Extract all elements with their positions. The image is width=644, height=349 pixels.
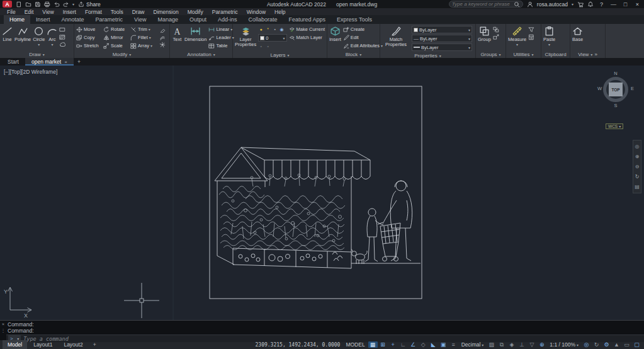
layout2-tab[interactable]: Layout2 xyxy=(59,340,88,349)
workspace-switching-icon[interactable]: ⚙ xyxy=(602,341,611,348)
full-navigation-wheel-icon[interactable]: ◎ xyxy=(635,144,640,149)
ribbon-tab-annotate[interactable]: Annotate xyxy=(56,15,90,24)
stretch-button[interactable]: Stretch xyxy=(76,42,103,50)
undo-icon[interactable] xyxy=(54,1,60,8)
dynamic-input-icon[interactable]: + xyxy=(388,341,398,348)
mirror-button[interactable]: Mirror xyxy=(103,33,130,42)
array-button[interactable]: Array▾ xyxy=(130,42,157,50)
file-tab-start[interactable]: Start xyxy=(1,58,25,66)
user-icon[interactable] xyxy=(527,1,533,8)
menu-item-draw[interactable]: Draw xyxy=(128,9,149,15)
edit-block-button[interactable]: Edit xyxy=(343,33,383,42)
redo-icon[interactable] xyxy=(63,1,69,8)
insert-block-button[interactable]: Insert xyxy=(329,25,341,42)
selection-cycling-icon[interactable]: ⧉ xyxy=(497,341,506,348)
explode-icon[interactable] xyxy=(159,42,166,48)
notification-bell-icon[interactable] xyxy=(587,1,594,8)
annotation-monitor-icon[interactable]: ▲ xyxy=(612,341,621,348)
viewcube-west[interactable]: W xyxy=(597,86,602,91)
minimize-button[interactable]: — xyxy=(609,1,618,8)
menu-item-file[interactable]: File xyxy=(3,9,20,15)
menu-item-insert[interactable]: Insert xyxy=(59,9,81,15)
menu-item-tools[interactable]: Tools xyxy=(106,9,128,15)
panel-label-draw[interactable]: Draw▾ xyxy=(0,51,74,58)
paste-button[interactable]: Paste▾ xyxy=(543,25,555,47)
menu-item-modify[interactable]: Modify xyxy=(183,9,208,15)
annotation-scale-dropdown[interactable]: 1:1 / 100%▾ xyxy=(548,341,580,348)
isometric-drafting-icon[interactable]: ◇ xyxy=(419,341,428,348)
crosshair-cursor[interactable] xyxy=(124,283,159,318)
3d-object-snap-icon[interactable]: ◈ xyxy=(507,341,516,348)
gizmo-icon[interactable]: ⊕ xyxy=(537,341,546,348)
menu-item-help[interactable]: Help xyxy=(270,9,290,15)
new-drawing-tab-button[interactable]: + xyxy=(74,58,84,66)
transparency-icon[interactable]: ▨ xyxy=(487,341,496,348)
ucs-icon[interactable]: Y X xyxy=(4,287,31,319)
showmotion-icon[interactable]: ▤ xyxy=(635,184,640,190)
viewport-controls[interactable]: [−][Top][2D Wireframe] xyxy=(4,69,57,75)
command-history[interactable]: Command: Command: xyxy=(6,321,644,335)
layer-isolate-icon[interactable]: ▫ xyxy=(258,44,264,49)
revision-cloud-icon[interactable] xyxy=(59,42,65,48)
ribbon-overflow[interactable]: » xyxy=(594,52,597,57)
selection-filtering-icon[interactable]: ▽ xyxy=(527,341,536,348)
offset-icon[interactable] xyxy=(159,34,166,40)
ribbon-tab-insert[interactable]: Insert xyxy=(30,15,56,24)
ribbon-tab-add-ins[interactable]: Add-ins xyxy=(212,15,243,24)
dimension-button[interactable]: Dimension xyxy=(184,25,206,42)
panel-label-block[interactable]: Block▾ xyxy=(327,51,380,58)
layer-on-icon[interactable]: ● xyxy=(258,27,264,31)
group-edit-icon[interactable] xyxy=(493,34,499,40)
print-icon[interactable] xyxy=(44,1,50,8)
polyline-button[interactable]: Polyline xyxy=(14,25,31,42)
trim-button[interactable]: Trim▾ xyxy=(130,25,157,33)
ribbon-tab-featured-apps[interactable]: Featured Apps xyxy=(283,15,332,24)
wcs-dropdown[interactable]: WCS▾ xyxy=(606,123,623,129)
object-color-dropdown[interactable]: ByLayer▾ xyxy=(412,26,472,33)
erase-icon[interactable] xyxy=(159,26,166,33)
drawing-area[interactable]: [−][Top][2D Wireframe] xyxy=(0,66,644,320)
pan-icon[interactable]: ⊕ xyxy=(635,154,640,159)
lineweight-icon[interactable]: ≡ xyxy=(449,341,458,348)
text-button[interactable]: AText xyxy=(172,25,183,42)
viewcube-south[interactable]: S xyxy=(597,103,635,108)
scale-button[interactable]: Scale xyxy=(103,42,130,50)
quick-calculator-icon[interactable] xyxy=(528,34,534,40)
hatch-icon[interactable] xyxy=(59,34,65,40)
save-icon[interactable] xyxy=(35,1,41,8)
menu-item-view[interactable]: View xyxy=(38,9,58,15)
coordinates-display[interactable]: 2309.3215, 1492.2434, 0.0000 xyxy=(256,342,341,348)
menu-item-window[interactable]: Window xyxy=(242,9,270,15)
snap-mode-icon[interactable]: ⊞ xyxy=(378,341,388,348)
rectangle-icon[interactable] xyxy=(59,26,65,33)
panel-label-clipboard[interactable]: Clipboard xyxy=(541,51,570,58)
help-icon[interactable]: ? xyxy=(597,1,606,8)
panel-label-modify[interactable]: Modify▾ xyxy=(74,51,169,58)
quick-access-dropdown-icon[interactable]: ▾ xyxy=(72,2,74,6)
group-button[interactable]: Group xyxy=(478,25,491,42)
layer-dropdown[interactable]: 0 ▾ xyxy=(258,34,286,42)
navigation-bar[interactable]: ◎⊕⊖↻▤ xyxy=(633,140,641,193)
command-palette-grip[interactable]: × ⋮ xyxy=(0,321,6,340)
make-current-button[interactable]: Make Current xyxy=(289,25,325,33)
quick-properties-icon[interactable]: ▭ xyxy=(622,341,631,348)
units-dropdown[interactable]: Decimal▾ xyxy=(460,341,486,348)
line-button[interactable]: Line xyxy=(2,25,13,42)
close-command-palette-icon[interactable]: × xyxy=(2,322,4,326)
application-menu-button[interactable]: A xyxy=(3,1,12,8)
menu-item-parametric[interactable]: Parametric xyxy=(208,9,242,15)
linetype-dropdown[interactable]: —ByLayer▾ xyxy=(412,35,472,42)
panel-label-properties[interactable]: Properties▾ xyxy=(380,53,475,59)
viewcube-east[interactable]: E xyxy=(631,86,634,91)
clean-screen-icon[interactable]: ▢ xyxy=(632,341,641,348)
new-layout-button[interactable]: + xyxy=(89,341,100,348)
file-tab-open-market[interactable]: open market× xyxy=(25,58,74,66)
layer-properties-button[interactable]: Layer Properties xyxy=(235,25,256,47)
panel-label-utilities[interactable]: Utilities▾ xyxy=(506,51,541,58)
app-store-icon[interactable] xyxy=(577,1,584,8)
create-block-button[interactable]: Create xyxy=(343,25,383,33)
polar-tracking-icon[interactable]: ∠ xyxy=(409,341,418,348)
ribbon-tab-express-tools[interactable]: Express Tools xyxy=(331,15,378,24)
ribbon-tab-parametric[interactable]: Parametric xyxy=(90,15,129,24)
viewcube-ring[interactable]: TOP xyxy=(603,77,628,102)
